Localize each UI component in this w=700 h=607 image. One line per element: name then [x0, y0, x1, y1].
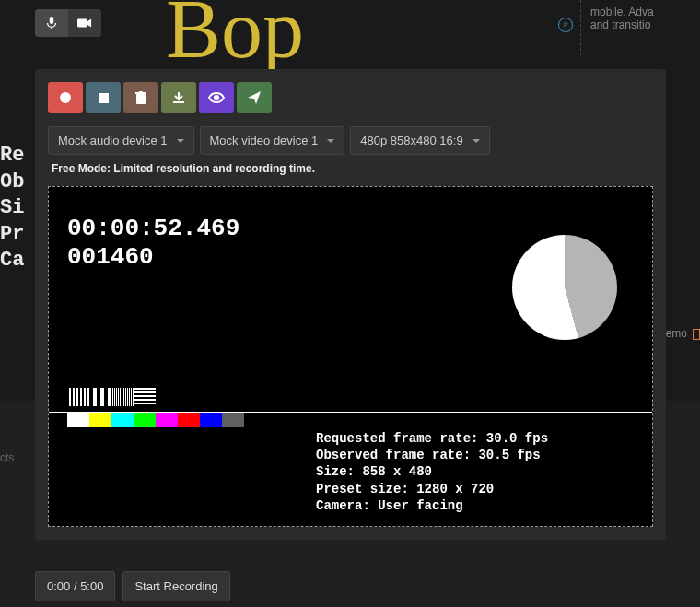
start-recording-button[interactable]: Start Recording [122, 571, 229, 601]
eye-icon [208, 92, 225, 103]
svg-rect-6 [99, 93, 109, 103]
free-mode-notice: Free Mode: Limited resolution and record… [48, 162, 653, 175]
color-bars [67, 413, 266, 427]
svg-rect-2 [50, 17, 53, 24]
stop-icon [99, 93, 109, 103]
device-dropdown-row: Mock audio device 1 Mock video device 1 … [48, 126, 653, 155]
svg-rect-10 [173, 101, 184, 103]
download-icon [172, 91, 185, 104]
stat-size: Size: 858 x 480 [316, 463, 548, 480]
background-cts-label: cts [0, 451, 14, 464]
record-button[interactable] [48, 82, 83, 113]
timecode-display: 00:00:52.469 001460 [67, 215, 239, 272]
frame-count-value: 001460 [67, 243, 239, 272]
camera-toggle[interactable] [68, 9, 101, 37]
resolution-dropdown[interactable]: 480p 858x480 16:9 [350, 126, 489, 155]
audio-device-dropdown[interactable]: Mock audio device 1 [48, 126, 194, 155]
svg-point-11 [215, 96, 218, 99]
stat-camera: Camera: User facing [316, 497, 548, 514]
background-topright: # mobile. Adva and transitio [580, 0, 700, 55]
svg-rect-9 [139, 91, 143, 93]
svg-text:#: # [563, 20, 567, 29]
stat-preset-size: Preset size: 1280 x 720 [316, 481, 548, 497]
calibration-strips [67, 388, 156, 406]
timecode-value: 00:00:52.469 [67, 215, 239, 243]
input-toggle-group [35, 9, 101, 37]
view-button[interactable] [199, 82, 234, 113]
recorder-panel: Mock audio device 1 Mock video device 1 … [35, 69, 666, 540]
toolbar [48, 82, 653, 113]
background-logo: Bop [166, 0, 304, 76]
record-icon [60, 92, 71, 103]
microphone-toggle[interactable] [35, 9, 68, 37]
pie-indicator [512, 235, 617, 340]
svg-rect-7 [136, 94, 146, 104]
stat-requested-fps: Requested frame rate: 30.0 fps [316, 430, 548, 447]
time-display: 0:00 / 5:00 [35, 571, 115, 601]
delete-button[interactable] [123, 82, 158, 113]
download-button[interactable] [161, 82, 196, 113]
bottom-controls: 0:00 / 5:00 Start Recording [35, 571, 230, 601]
video-device-dropdown[interactable]: Mock video device 1 [200, 126, 345, 155]
microphone-icon [45, 16, 58, 30]
svg-point-5 [60, 92, 71, 103]
trash-icon [135, 91, 146, 104]
video-preview: 00:00:52.469 001460 Requested frame rate… [48, 186, 653, 527]
background-sidebar: Re Ob Si Pr Ca [0, 143, 24, 274]
video-camera-icon [77, 18, 92, 29]
stop-button[interactable] [86, 82, 121, 113]
stat-observed-fps: Observed frame rate: 30.5 fps [316, 447, 548, 463]
paper-plane-icon [248, 91, 261, 104]
svg-rect-4 [77, 19, 88, 28]
preview-stats: Requested frame rate: 30.0 fps Observed … [316, 430, 548, 514]
send-button[interactable] [237, 82, 272, 113]
